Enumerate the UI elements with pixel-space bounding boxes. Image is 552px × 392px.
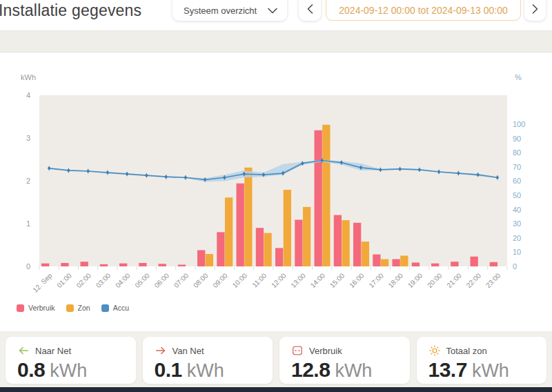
chevron-right-icon [532, 4, 538, 17]
svg-text:30: 30 [513, 219, 521, 228]
svg-text:10:00: 10:00 [231, 271, 249, 289]
chart-legend: Verbruik Zon Accu [17, 304, 129, 312]
header-sub-strip [0, 30, 552, 52]
chevron-down-icon [268, 4, 277, 17]
svg-text:13:00: 13:00 [289, 271, 307, 289]
svg-text:16:00: 16:00 [348, 271, 366, 289]
svg-text:3: 3 [26, 134, 30, 142]
svg-text:18:00: 18:00 [387, 271, 405, 289]
view-selector-value: Systeem overzicht [184, 6, 257, 16]
svg-text:80: 80 [513, 148, 521, 157]
svg-text:22:00: 22:00 [465, 271, 483, 289]
stat-cards-row: Naar Net 0.8 kWh Van Net 0.1 kWh [0, 337, 552, 384]
legend-item-zon[interactable]: Zon [66, 304, 90, 312]
sun-icon [428, 344, 441, 357]
card-totaal-zon: Totaal zon 13.7 kWh [417, 337, 547, 384]
usage-chart: kWh%01234010203040506070809010012. Sep01… [0, 52, 552, 331]
svg-text:0: 0 [513, 262, 517, 271]
power-socket-icon [291, 344, 304, 357]
card-value: 0.1 [155, 358, 182, 382]
card-unit: kWh [187, 360, 224, 382]
svg-text:07:00: 07:00 [172, 271, 190, 289]
card-label: Verbruik [309, 346, 342, 356]
header: Installatie gegevens Systeem overzicht 2… [0, 0, 552, 30]
verbruik-swatch-icon [17, 304, 24, 312]
previous-period-button[interactable] [299, 0, 321, 21]
card-unit: kWh [472, 360, 509, 382]
card-value: 13.7 [428, 358, 467, 382]
left-axis-title: kWh [21, 73, 36, 81]
date-range-field[interactable]: 2024-09-12 00:00 tot 2024-09-13 00:00 [326, 0, 521, 21]
arrow-left-icon [17, 344, 30, 357]
chart-panel: kWh%01234010203040506070809010012. Sep01… [0, 52, 552, 331]
card-label: Naar Net [35, 346, 71, 356]
svg-text:19:00: 19:00 [406, 271, 424, 289]
card-naar-net: Naar Net 0.8 kWh [6, 337, 136, 384]
svg-text:20:00: 20:00 [426, 271, 444, 289]
zon-swatch-icon [66, 304, 74, 312]
view-selector-dropdown[interactable]: Systeem overzicht [172, 0, 287, 21]
svg-text:50: 50 [513, 191, 521, 199]
svg-text:02:00: 02:00 [75, 271, 93, 289]
installation-dashboard: Installatie gegevens Systeem overzicht 2… [0, 0, 552, 392]
svg-text:06:00: 06:00 [153, 271, 171, 289]
svg-text:70: 70 [513, 163, 521, 171]
svg-text:2: 2 [26, 177, 30, 185]
date-range-value: 2024-09-12 00:00 tot 2024-09-13 00:00 [339, 5, 507, 16]
svg-text:100: 100 [513, 120, 525, 128]
svg-text:4: 4 [26, 91, 30, 99]
svg-text:90: 90 [513, 135, 521, 143]
svg-text:21:00: 21:00 [445, 271, 463, 289]
svg-text:10: 10 [513, 248, 521, 256]
next-period-button[interactable] [524, 0, 546, 21]
svg-text:12:00: 12:00 [270, 271, 288, 289]
svg-text:14:00: 14:00 [309, 271, 327, 289]
chart-plot-area [39, 95, 507, 266]
svg-text:60: 60 [513, 177, 521, 185]
card-verbruik: Verbruik 12.8 kWh [279, 337, 410, 384]
svg-text:20: 20 [513, 234, 521, 242]
arrow-right-icon [155, 344, 167, 357]
card-unit: kWh [50, 360, 87, 382]
svg-text:1: 1 [26, 219, 30, 228]
page-title: Installatie gegevens [0, 1, 141, 20]
svg-text:09:00: 09:00 [211, 271, 229, 289]
legend-item-accu[interactable]: Accu [101, 304, 129, 312]
card-unit: kWh [335, 360, 372, 382]
legend-label: Zon [78, 304, 90, 312]
x-axis-tick-marks [39, 266, 507, 270]
right-axis-title: % [515, 73, 522, 81]
svg-text:40: 40 [513, 206, 521, 214]
legend-label: Verbruik [28, 304, 55, 312]
left-axis-ticks: 01234 [26, 91, 30, 271]
svg-text:0: 0 [26, 262, 30, 271]
card-value: 12.8 [291, 358, 330, 382]
legend-item-verbruik[interactable]: Verbruik [17, 304, 55, 312]
svg-text:03:00: 03:00 [95, 271, 112, 289]
legend-label: Accu [113, 304, 129, 312]
svg-text:05:00: 05:00 [133, 271, 151, 289]
card-label: Van Net [172, 346, 204, 356]
svg-text:01:00: 01:00 [55, 271, 73, 289]
card-label: Totaal zon [446, 346, 487, 356]
svg-text:17:00: 17:00 [367, 271, 385, 289]
svg-text:15:00: 15:00 [328, 271, 346, 289]
svg-text:23:00: 23:00 [484, 271, 502, 289]
card-value: 0.8 [17, 358, 45, 382]
chevron-left-icon [307, 4, 313, 17]
card-van-net: Van Net 0.1 kWh [143, 337, 273, 384]
svg-text:04:00: 04:00 [114, 271, 132, 289]
right-axis-ticks: 0102030405060708090100 [513, 120, 525, 271]
svg-text:08:00: 08:00 [192, 271, 210, 289]
accu-swatch-icon [101, 304, 109, 312]
x-axis-labels: 12. Sep01:0002:0003:0004:0005:0006:0007:… [31, 271, 502, 293]
svg-text:11:00: 11:00 [250, 271, 268, 288]
svg-text:12. Sep: 12. Sep [31, 271, 53, 293]
bottom-bar [0, 387, 552, 392]
